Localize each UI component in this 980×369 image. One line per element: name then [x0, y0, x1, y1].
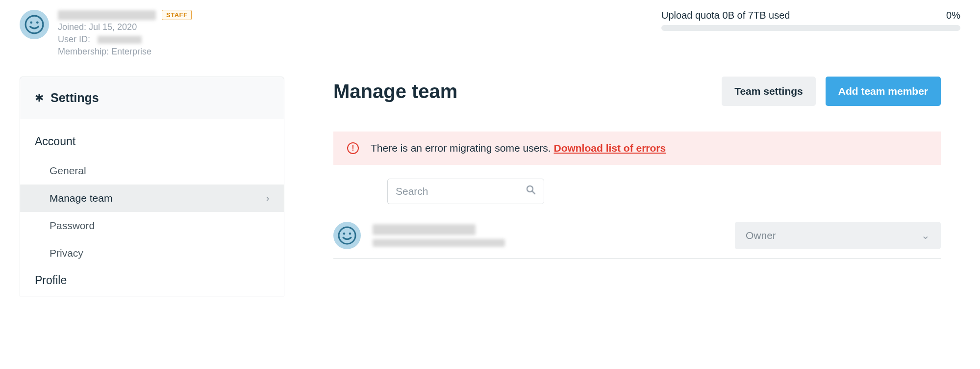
member-email-redacted [373, 239, 505, 247]
page-title: Manage team [333, 80, 457, 103]
search-icon [526, 185, 536, 198]
joined-value: Jul 15, 2020 [89, 22, 137, 32]
download-errors-link[interactable]: Download list of errors [553, 142, 666, 154]
userid-redacted [98, 36, 142, 44]
main-content: Manage team Team settings Add team membe… [333, 77, 960, 259]
search-box[interactable] [387, 179, 544, 204]
membership-label: Membership: [58, 47, 109, 56]
add-team-member-button[interactable]: Add team member [826, 77, 941, 106]
upload-quota: Upload quota 0B of 7TB used 0% [661, 10, 960, 31]
sidebar-section-profile[interactable]: Profile [20, 267, 284, 296]
chevron-down-icon: ⌄ [921, 230, 930, 241]
sidebar-header: ✱ Settings [20, 77, 284, 119]
staff-badge: STAFF [162, 10, 192, 20]
nav-manage-team-label: Manage team [50, 192, 112, 204]
joined-label: Joined: [58, 22, 86, 32]
quota-progress-bar [661, 25, 960, 31]
role-select[interactable]: Owner ⌄ [735, 222, 941, 249]
smiley-icon [337, 226, 357, 245]
svg-point-7 [349, 233, 352, 235]
nav-password-label: Password [50, 220, 95, 232]
nav-privacy-label: Privacy [50, 247, 83, 259]
svg-point-6 [343, 233, 346, 235]
quota-label: Upload quota 0B of 7TB used [661, 10, 790, 21]
error-alert: ! There is an error migrating some users… [333, 132, 941, 165]
svg-point-1 [30, 21, 32, 24]
avatar [20, 10, 49, 39]
role-value: Owner [746, 230, 776, 241]
nav-general-label: General [50, 165, 86, 177]
userid-line: User ID: [58, 34, 192, 45]
smiley-icon [24, 14, 45, 35]
member-name-redacted [373, 224, 476, 235]
joined-line: Joined: Jul 15, 2020 [58, 22, 192, 32]
nav-general[interactable]: General [20, 157, 284, 184]
search-input[interactable] [396, 185, 526, 197]
svg-point-0 [25, 16, 43, 33]
alert-text: There is an error migrating some users. … [371, 142, 666, 154]
membership-value: Enterprise [111, 47, 151, 56]
page-header: STAFF Joined: Jul 15, 2020 User ID: Memb… [20, 10, 960, 57]
user-name-redacted [58, 10, 156, 20]
quota-percent: 0% [946, 10, 960, 21]
member-avatar [333, 222, 361, 249]
alert-icon: ! [347, 142, 359, 154]
userid-label: User ID: [58, 34, 90, 44]
membership-line: Membership: Enterprise [58, 47, 192, 57]
sidebar-title: Settings [50, 91, 99, 105]
nav-manage-team[interactable]: Manage team › [20, 184, 284, 212]
team-member-row: Owner ⌄ [333, 218, 941, 259]
settings-sidebar: ✱ Settings Account General Manage team ›… [20, 77, 284, 296]
nav-password[interactable]: Password [20, 212, 284, 239]
svg-point-5 [339, 227, 355, 244]
svg-point-2 [36, 21, 39, 24]
alert-message: There is an error migrating some users. [371, 142, 553, 154]
team-settings-button[interactable]: Team settings [722, 77, 816, 106]
sidebar-section-account[interactable]: Account [20, 128, 284, 157]
user-block: STAFF Joined: Jul 15, 2020 User ID: Memb… [20, 10, 192, 57]
gear-icon: ✱ [35, 92, 44, 105]
chevron-right-icon: › [266, 193, 269, 204]
nav-privacy[interactable]: Privacy [20, 239, 284, 267]
svg-line-4 [532, 191, 535, 194]
